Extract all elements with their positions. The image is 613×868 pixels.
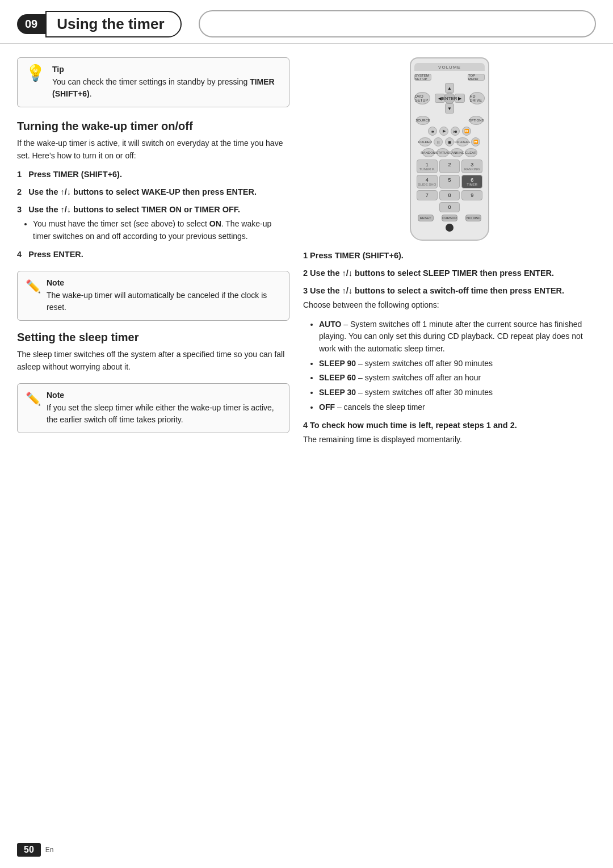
remote-playback-row2: FOLDER ⏸ ⏹ FOLDER+ ⏩ — [414, 137, 485, 146]
remote-btn-no-disc: NO DISC — [465, 215, 481, 221]
wake-step-1: 1 Press TIMER (SHIFT+6). — [17, 169, 289, 181]
note-icon: ✏️ — [26, 279, 41, 294]
remote-btn-reset: RESET — [418, 215, 434, 221]
wake-bullet-1: You must have the timer set (see above) … — [33, 218, 289, 242]
sleep-option-off: OFF – cancels the sleep timer — [319, 401, 596, 414]
wake-step-4: 4 Press ENTER. — [17, 249, 289, 261]
sleep-note-icon: ✏️ — [26, 392, 41, 406]
remote-btn-random: RANDOM — [422, 148, 435, 157]
wake-timer-intro: If the wake-up timer is active, it will … — [17, 137, 289, 162]
remote-btn-folder2: FOLDER+ — [456, 137, 469, 146]
sleep-step-1: 1 Press TIMER (SHIFT+6). — [303, 250, 596, 262]
remote-top-row: SYSTEM SET UP TOP MENU — [414, 74, 485, 81]
page-header: 09 Using the timer — [0, 0, 613, 44]
remote-dpad: ▲ ▼ ◀ ▶ ENTER — [435, 83, 465, 114]
dpad-up: ▲ — [445, 83, 454, 93]
remote-btn-hd-drive: HD DRIVE — [469, 92, 485, 104]
sleep-note-content: Note If you set the sleep timer while ei… — [47, 391, 281, 426]
sleep-note-text: If you set the sleep timer while either … — [47, 402, 281, 426]
main-content: 💡 Tip You can check the timer settings i… — [0, 44, 613, 452]
sleep-option-90: SLEEP 90 – system switches off after 90 … — [319, 358, 596, 370]
wake-step-2: 2 Use the ↑/↓ buttons to select WAKE-UP … — [17, 186, 289, 198]
note-label: Note — [47, 278, 281, 287]
remote-btn-ffwd: ⏭ — [451, 127, 460, 136]
tip-label: Tip — [52, 65, 281, 74]
remote-btn-cursor: CURSOR — [442, 215, 457, 221]
num-btn-9: 9 — [461, 190, 482, 200]
remote-shift-btn — [446, 224, 454, 232]
remote-btn-folder: FOLDER — [419, 137, 431, 146]
remote-volume-label: VOLUME — [414, 63, 485, 71]
remote-numpad: 1TUNER P. 2 3RANKING 4SLIDE SHO 5 6TIMER… — [417, 160, 482, 212]
num-btn-2: 2 — [439, 160, 460, 173]
tip-box: 💡 Tip You can check the timer settings i… — [17, 57, 289, 107]
remote-source2-row: SOURCE OPTIONS — [414, 116, 485, 125]
tip-icon: 💡 — [26, 64, 45, 82]
remote-btn-clear: CLEAR — [465, 148, 477, 157]
remote-btn-top-menu: TOP MENU — [468, 74, 485, 81]
num-btn-5: 5 — [439, 175, 460, 188]
page-footer: 50 En — [17, 843, 53, 857]
header-oval — [199, 10, 597, 37]
dpad-enter: ENTER — [444, 93, 455, 104]
sleep-step-2: 2 Use the ↑/↓ buttons to select SLEEP TI… — [303, 267, 596, 279]
remote-image-wrap: VOLUME SYSTEM SET UP TOP MENU DVD SETUP … — [303, 57, 596, 241]
remote-btn-source: SOURCE — [416, 116, 430, 125]
tip-content: Tip You can check the timer settings in … — [52, 65, 281, 100]
num-btn-7: 7 — [417, 190, 438, 200]
left-column: 💡 Tip You can check the timer settings i… — [17, 57, 289, 452]
chapter-number: 09 — [17, 14, 45, 34]
sleep-option-30: SLEEP 30 – system switches off after 30 … — [319, 387, 596, 399]
remote-btn-next: ⏩ — [462, 127, 471, 136]
remote-btn-status: STATUS — [436, 148, 449, 157]
chapter-title: Using the timer — [45, 11, 181, 37]
sleep-note-box: ✏️ Note If you set the sleep timer while… — [17, 383, 289, 433]
remote-control: VOLUME SYSTEM SET UP TOP MENU DVD SETUP … — [410, 57, 489, 241]
sleep-option-60: SLEEP 60 – system switches off after an … — [319, 372, 596, 384]
remote-btn-stop: ⏹ — [445, 137, 454, 146]
remote-btn-skip: ⏩ — [471, 137, 480, 146]
num-btn-4: 4SLIDE SHO — [417, 175, 438, 188]
tip-text: You can check the timer settings in stan… — [52, 76, 281, 100]
num-btn-3: 3RANKING — [461, 160, 482, 173]
remote-bottom-row: RESET CURSOR NO DISC — [414, 215, 485, 221]
num-btn-6-timer: 6TIMER — [461, 175, 482, 188]
wake-timer-title: Turning the wake-up timer on/off — [17, 120, 289, 133]
remote-playback-row1: ⏮ ▶ ⏭ ⏩ — [414, 127, 485, 136]
remote-btn-rew: ⏮ — [428, 127, 437, 136]
wake-step-3: 3 Use the ↑/↓ buttons to select TIMER ON… — [17, 204, 289, 216]
sleep-note-label: Note — [47, 391, 281, 400]
remote-btn-play: ▶ — [439, 127, 448, 136]
dpad-down: ▼ — [445, 103, 454, 114]
remote-btn-pause: ⏸ — [434, 137, 443, 146]
remote-btn-options: OPTIONS — [469, 116, 483, 125]
remote-btn-system-setup: SYSTEM SET UP — [414, 74, 431, 81]
sleep-step-3-head: 3 Use the ↑/↓ buttons to select a switch… — [303, 285, 596, 297]
remote-func-row: RANDOM STATUS RANKING CLEAR — [414, 148, 485, 157]
num-btn-0: 0 — [439, 202, 460, 212]
note-content: Note The wake-up timer will automaticall… — [47, 278, 281, 313]
wake-step-3-bullets: You must have the timer set (see above) … — [33, 218, 289, 242]
sleep-step-3-sub: Choose between the following options: — [303, 299, 596, 312]
right-column: VOLUME SYSTEM SET UP TOP MENU DVD SETUP … — [303, 57, 596, 452]
remote-btn-ranking: RANKING — [451, 148, 463, 157]
num-btn-1: 1TUNER P. — [417, 160, 438, 173]
wake-note-box: ✏️ Note The wake-up timer will automatic… — [17, 271, 289, 321]
sleep-option-auto: AUTO – System switches off 1 minute afte… — [319, 318, 596, 355]
sleep-options-list: AUTO – System switches off 1 minute afte… — [319, 318, 596, 414]
page-number: 50 — [17, 843, 41, 857]
page-lang: En — [45, 846, 54, 854]
sleep-timer-intro: The sleep timer switches off the system … — [17, 349, 289, 373]
sleep-step-4-head: 4 To check how much time is left, repeat… — [303, 420, 596, 431]
num-btn-8: 8 — [439, 190, 460, 200]
remote-source-row: DVD SETUP ▲ ▼ ◀ ▶ ENTER HD DRIVE — [414, 83, 485, 114]
remote-btn-dvd-setup: DVD SETUP — [414, 92, 430, 104]
note-text: The wake-up timer will automatically be … — [47, 290, 281, 313]
sleep-step-4-sub: The remaining time is displayed momentar… — [303, 434, 596, 446]
sleep-timer-title: Setting the sleep timer — [17, 331, 289, 344]
